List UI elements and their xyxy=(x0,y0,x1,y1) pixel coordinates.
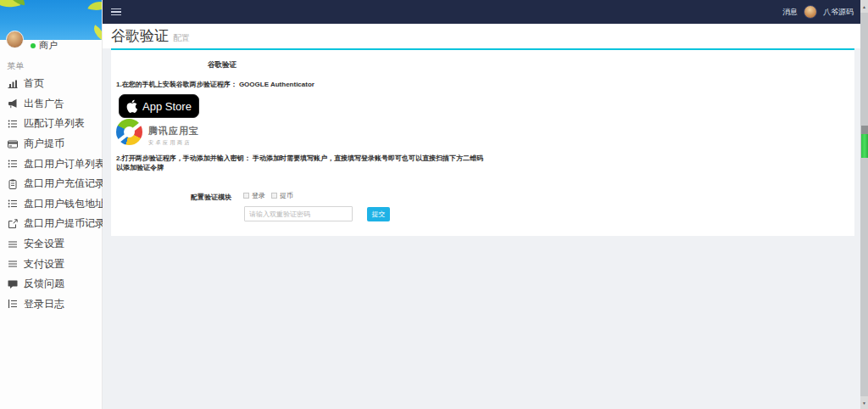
withdraw-checkbox-label[interactable]: 提币 xyxy=(280,191,293,200)
card-icon xyxy=(8,139,18,149)
sidebar-item-user-orders[interactable]: 盘口用户订单列表 xyxy=(0,154,102,174)
leaf-decoration xyxy=(87,0,102,14)
scroll-up-button[interactable]: ▲ xyxy=(860,0,868,13)
user-avatar[interactable] xyxy=(804,5,817,19)
sidebar-item-label: 反馈问题 xyxy=(24,277,64,291)
sidebar-item-login-logs[interactable]: 登录日志 xyxy=(0,294,102,315)
tencent-myapp-tagline: 安卓应用商店 xyxy=(148,139,199,147)
username-link[interactable]: 八爷源码 xyxy=(823,7,854,18)
clipboard-icon xyxy=(8,179,18,189)
apple-icon xyxy=(126,99,137,113)
two-factor-password-input[interactable] xyxy=(244,206,353,221)
module-config-label: 配置验证模块 xyxy=(153,193,231,202)
card-heading: 谷歌验证 xyxy=(208,60,236,70)
step1-text: 1.在您的手机上安装谷歌两步验证程序： GOOGLE Authenticator xyxy=(116,80,314,89)
google-auth-card: 谷歌验证 1.在您的手机上安装谷歌两步验证程序： GOOGLE Authenti… xyxy=(111,48,854,236)
page-subtitle: 配置 xyxy=(173,32,190,44)
sidebar-item-label: 盘口用户订单列表 xyxy=(24,157,105,171)
sidebar-item-label: 盘口用户提币记录 xyxy=(24,216,105,231)
sidebar-item-label: 出售广告 xyxy=(24,97,64,111)
sidebar-item-merchant-withdraw[interactable]: 商户提币 xyxy=(0,134,102,154)
step2-text: 2.打开两步验证程序，手动添加并输入密钥： 手动添加时需要填写账户，直接填写登录… xyxy=(116,154,487,172)
sidebar-item-sell-ads[interactable]: 出售广告 xyxy=(0,94,102,115)
online-status-dot xyxy=(31,43,36,48)
sidebar-item-security-settings[interactable]: 安全设置 xyxy=(0,234,102,255)
chart-icon xyxy=(8,79,18,89)
sidebar-item-user-withdrawals[interactable]: 盘口用户提币记录 xyxy=(0,214,102,234)
sidebar-item-label: 匹配订单列表 xyxy=(24,116,85,131)
topbar: 消息 八爷源码 xyxy=(103,0,860,24)
sidebar-item-label: 商户提币 xyxy=(24,137,64,151)
menu-section-title: 菜单 xyxy=(7,60,24,72)
sidebar-item-label: 盘口用户钱包地址 xyxy=(24,197,105,211)
app-store-badge[interactable]: App Store xyxy=(119,94,199,118)
tencent-myapp-icon xyxy=(116,119,142,145)
sidebar-item-label: 首页 xyxy=(24,76,44,91)
scrollbar[interactable]: ▲ ▼ xyxy=(860,0,868,409)
sidebar-item-label: 盘口用户充值记录 xyxy=(24,176,105,191)
scrollbar-thumb[interactable] xyxy=(861,126,868,158)
sidebar: 商户 菜单 首页 出售广告 匹配订单列表 商户提币 盘口用户订单列表 盘口用户充… xyxy=(0,0,103,409)
scroll-down-button[interactable]: ▼ xyxy=(860,396,868,409)
merchant-role: 商户 xyxy=(31,39,58,52)
leaf-decoration xyxy=(90,25,102,40)
merchant-avatar[interactable] xyxy=(6,31,24,48)
sidebar-item-user-deposits[interactable]: 盘口用户充值记录 xyxy=(0,174,102,194)
list-icon xyxy=(8,159,18,169)
tencent-myapp-name: 腾讯应用宝 xyxy=(148,125,199,137)
sidebar-item-label: 安全设置 xyxy=(24,237,64,251)
withdraw-checkbox[interactable] xyxy=(271,193,277,199)
sidebar-item-label: 登录日志 xyxy=(24,297,64,311)
login-checkbox-label[interactable]: 登录 xyxy=(252,191,265,200)
list-icon xyxy=(8,199,18,209)
app-store-label: App Store xyxy=(142,100,192,113)
sidebar-item-home[interactable]: 首页 xyxy=(0,74,102,94)
sidebar-item-payment-settings[interactable]: 支付设置 xyxy=(0,254,102,274)
sidebar-menu: 首页 出售广告 匹配订单列表 商户提币 盘口用户订单列表 盘口用户充值记录 盘口… xyxy=(0,74,102,314)
sidebar-item-label: 支付设置 xyxy=(24,257,64,272)
sidebar-item-match-orders[interactable]: 匹配订单列表 xyxy=(0,114,102,134)
external-link-icon xyxy=(8,219,18,229)
lines-icon xyxy=(8,239,18,249)
login-checkbox[interactable] xyxy=(243,193,249,199)
megaphone-icon xyxy=(8,98,18,109)
hamburger-icon[interactable] xyxy=(111,7,121,18)
topbar-right: 消息 八爷源码 xyxy=(782,5,860,19)
sidebar-item-user-wallets[interactable]: 盘口用户钱包地址 xyxy=(0,194,102,215)
page-title: 谷歌验证 xyxy=(111,26,169,46)
list-icon xyxy=(8,119,18,129)
main-content: 谷歌验证 1.在您的手机上安装谷歌两步验证程序： GOOGLE Authenti… xyxy=(103,48,860,409)
log-icon xyxy=(8,299,18,309)
tencent-myapp-badge[interactable]: 腾讯应用宝 安卓应用商店 xyxy=(116,119,199,147)
lines-icon xyxy=(8,259,18,269)
page-header: 谷歌验证 配置 xyxy=(103,24,860,48)
merchant-role-label: 商户 xyxy=(39,39,58,52)
comment-icon xyxy=(8,279,18,289)
submit-button[interactable]: 提交 xyxy=(367,207,390,221)
module-checkbox-group: 登录 提币 xyxy=(243,191,299,200)
sidebar-item-feedback[interactable]: 反馈问题 xyxy=(0,274,102,294)
messages-link[interactable]: 消息 xyxy=(782,7,798,18)
